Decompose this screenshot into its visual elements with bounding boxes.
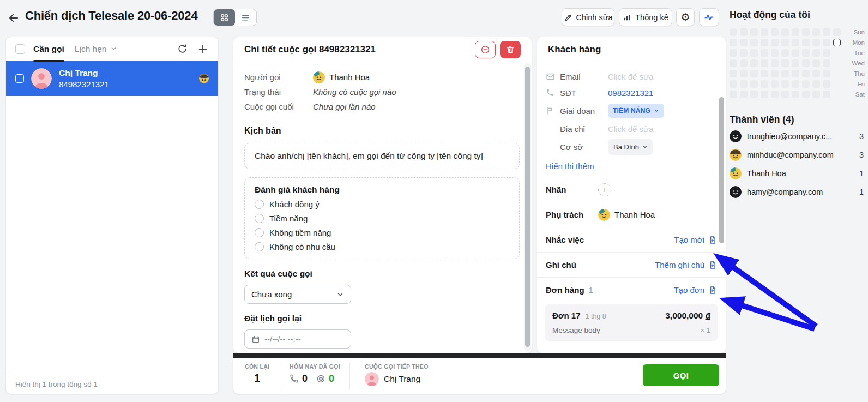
scrollbar-thumb[interactable] bbox=[719, 97, 724, 243]
envelope-icon bbox=[546, 72, 555, 81]
email-edit-placeholder[interactable]: Click để sửa bbox=[608, 72, 653, 81]
chevron-down-icon bbox=[336, 291, 344, 298]
script-text: Chào anh/chị [tên khách], em gọi đến từ … bbox=[255, 151, 483, 160]
delete-button[interactable] bbox=[500, 41, 521, 58]
activity-pulse-button[interactable] bbox=[699, 8, 719, 26]
activity-cell bbox=[802, 49, 810, 57]
create-reminder-label: Tạo mới bbox=[674, 235, 704, 244]
evaluation-option[interactable]: Không có nhu cầu bbox=[255, 242, 509, 251]
call-button[interactable]: GỌI bbox=[643, 364, 719, 386]
phone-icon bbox=[290, 374, 299, 383]
member-avatar bbox=[730, 130, 742, 142]
calls-made-pair: 0 bbox=[290, 373, 308, 385]
customer-title: Khách hàng bbox=[548, 44, 601, 55]
order-body: Message body bbox=[552, 326, 600, 334]
activity-cell bbox=[792, 28, 799, 36]
evaluation-title: Đánh giá khách hàng bbox=[255, 185, 509, 195]
activity-cell bbox=[761, 59, 768, 67]
arrow-to-create-reminder bbox=[719, 257, 816, 326]
day-label: Sat bbox=[846, 91, 865, 98]
select-all-checkbox[interactable] bbox=[15, 44, 25, 54]
add-tag-button[interactable]: + bbox=[598, 183, 611, 196]
minus-circle-icon bbox=[480, 45, 490, 55]
member-row[interactable]: minhduc@company.com3 bbox=[730, 146, 864, 164]
contact-row-selected[interactable]: Chị Trang 84982321321 bbox=[6, 61, 218, 96]
call-detail-panel: Chi tiết cuộc gọi 84982321321 Người gọi … bbox=[233, 37, 532, 353]
scrollbar-thumb[interactable] bbox=[525, 67, 530, 347]
contact-avatar bbox=[31, 68, 52, 89]
address-label: Địa chỉ bbox=[560, 124, 608, 134]
activity-cell bbox=[823, 59, 830, 67]
refresh-icon[interactable] bbox=[177, 44, 188, 54]
radio-icon[interactable] bbox=[255, 200, 264, 209]
back-button[interactable] bbox=[5, 10, 22, 26]
phone-number-link[interactable]: 0982321321 bbox=[608, 88, 653, 98]
activity-cell bbox=[792, 91, 799, 98]
member-row[interactable]: trunghieu@company.c...3 bbox=[730, 127, 864, 146]
phone-icon bbox=[546, 88, 556, 97]
member-count: 3 bbox=[859, 132, 864, 141]
stats-button[interactable]: Thống kê bbox=[619, 8, 672, 26]
activity-cell bbox=[812, 80, 820, 88]
branch-select[interactable]: Ba Đình bbox=[608, 139, 653, 155]
address-edit-placeholder[interactable]: Click để sửa bbox=[608, 124, 653, 134]
activity-cell bbox=[781, 49, 789, 57]
currency-symbol: đ bbox=[706, 311, 710, 320]
add-note-link[interactable]: Thêm ghi chú bbox=[655, 260, 717, 269]
detail-scrollbar[interactable] bbox=[524, 63, 531, 351]
script-box: Chào anh/chị [tên khách], em gọi đến từ … bbox=[244, 143, 520, 169]
tab-can-goi[interactable]: Cần gọi bbox=[33, 37, 64, 61]
activity-cell bbox=[750, 59, 758, 67]
activity-cell bbox=[781, 91, 789, 98]
call-list-header: Cần gọi Lịch hẹn bbox=[6, 37, 218, 61]
evaluation-option[interactable]: Tiềm năng bbox=[255, 214, 509, 223]
gear-icon: ⚙ bbox=[680, 11, 690, 23]
tag-row: Nhãn + bbox=[537, 177, 726, 202]
activity-cell bbox=[802, 70, 810, 77]
document-add-icon bbox=[708, 286, 717, 295]
customer-scrollbar[interactable] bbox=[718, 63, 725, 351]
activity-cell bbox=[750, 70, 758, 77]
member-row[interactable]: hamy@company.com1 bbox=[730, 183, 864, 201]
activity-cell bbox=[761, 49, 768, 57]
status-value: Không có cuộc gọi nào bbox=[313, 87, 396, 97]
edit-button-label: Chỉnh sửa bbox=[576, 13, 613, 22]
activity-cell bbox=[740, 70, 748, 77]
evaluation-option[interactable]: Khách đồng ý bbox=[255, 200, 509, 209]
list-view-button[interactable] bbox=[235, 9, 256, 26]
activity-cell bbox=[812, 49, 820, 57]
stage-badge[interactable]: TIỀM NĂNG bbox=[608, 104, 664, 118]
radio-icon[interactable] bbox=[255, 228, 264, 237]
address-row[interactable]: Địa chỉ Click để sửa bbox=[537, 121, 726, 137]
day-label: Fri bbox=[846, 81, 865, 87]
callback-datetime-input[interactable]: --/--/-- --:-- bbox=[244, 329, 351, 349]
remove-from-campaign-button[interactable] bbox=[475, 41, 496, 58]
assignee-name: Thanh Hoa bbox=[614, 210, 655, 219]
evaluation-option[interactable]: Không tiềm năng bbox=[255, 228, 509, 237]
show-more-link[interactable]: Hiển thị thêm bbox=[537, 157, 726, 177]
members-title: Thành viên (4) bbox=[730, 114, 794, 125]
radio-icon[interactable] bbox=[255, 242, 264, 251]
order-card[interactable]: Đơn 17 1 thg 8 3,000,000 đ Message body … bbox=[545, 304, 718, 341]
activity-cell bbox=[750, 80, 758, 88]
member-row[interactable]: Thanh Hoa1 bbox=[730, 164, 864, 183]
call-detail-title: Chi tiết cuộc gọi 84982321321 bbox=[244, 44, 376, 55]
radio-icon[interactable] bbox=[255, 214, 264, 223]
edit-button[interactable]: Chỉnh sửa bbox=[562, 8, 614, 26]
call-result-select[interactable]: Chưa xong bbox=[244, 285, 351, 304]
create-reminder-link[interactable]: Tạo mới bbox=[674, 235, 717, 244]
contact-checkbox[interactable] bbox=[15, 74, 24, 83]
member-count: 1 bbox=[859, 169, 864, 178]
activity-cell bbox=[771, 39, 779, 46]
grid-view-button[interactable] bbox=[214, 9, 235, 26]
day-label: Mon bbox=[846, 39, 865, 46]
contact-name: Chị Trang bbox=[59, 68, 109, 78]
plus-icon[interactable] bbox=[197, 43, 209, 55]
create-order-link[interactable]: Tạo đơn bbox=[673, 285, 717, 295]
heatmap-row: Wed bbox=[730, 58, 866, 68]
email-row[interactable]: Email Click để sửa bbox=[537, 68, 726, 85]
chevron-down-icon bbox=[654, 108, 659, 113]
activity-cell bbox=[802, 91, 810, 98]
tab-lich-hen[interactable]: Lịch hẹn bbox=[75, 37, 118, 61]
settings-button[interactable]: ⚙ bbox=[676, 8, 695, 26]
